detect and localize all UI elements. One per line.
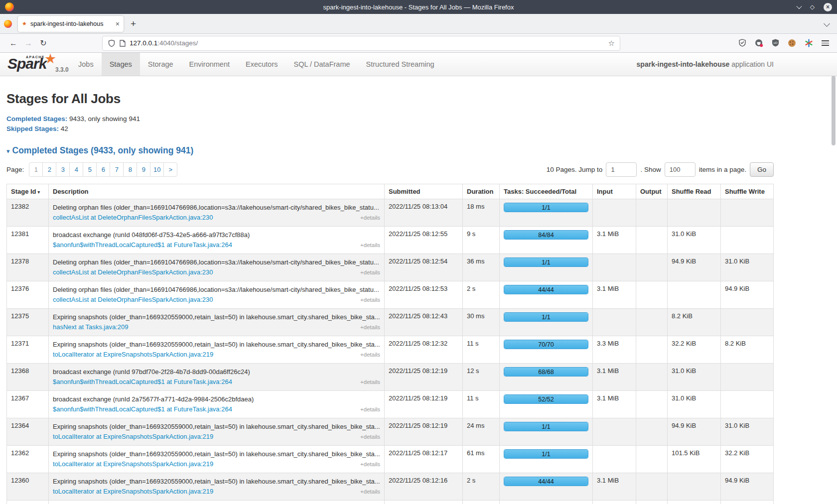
forward-button[interactable]: →: [21, 39, 36, 48]
details-toggle[interactable]: +details: [360, 322, 380, 332]
tasks-progress-text: 84/84: [504, 231, 588, 240]
details-toggle[interactable]: +details: [360, 377, 380, 387]
stage-callsite-link[interactable]: collectAsList at DeleteOrphanFilesSparkA…: [53, 267, 213, 277]
window-close-icon[interactable]: ×: [824, 3, 832, 11]
page-button-5[interactable]: 5: [83, 162, 97, 177]
stage-callsite-link[interactable]: toLocalIterator at ExpireSnapshotsSparkA…: [53, 459, 213, 469]
details-toggle[interactable]: +details: [360, 487, 380, 497]
nav-item-environment[interactable]: Environment: [181, 53, 238, 76]
url-text[interactable]: 127.0.0.1:4040/stages/: [130, 39, 604, 47]
spark-logo[interactable]: APACHE Spark ★ 3.3.0: [6, 53, 70, 76]
window-minimize-icon[interactable]: [796, 3, 802, 9]
submitted-cell: 2022/11/25 08:13:04: [385, 199, 463, 227]
submitted-cell: 2022/11/25 08:12:19: [385, 418, 463, 446]
cookie-extension-icon[interactable]: [788, 39, 796, 47]
page-button-10[interactable]: 10: [150, 162, 164, 177]
mask-extension-icon[interactable]: [755, 39, 763, 47]
duration-cell: 2 s: [463, 473, 500, 501]
page-button-8[interactable]: 8: [123, 162, 137, 177]
page-button-9[interactable]: 9: [137, 162, 150, 177]
stage-callsite-link[interactable]: collectAsList at DeleteOrphanFilesSparkA…: [53, 295, 213, 305]
tasks-progress-text: 70/70: [504, 340, 588, 349]
tab-close-icon[interactable]: ×: [116, 20, 120, 28]
details-toggle[interactable]: +details: [360, 404, 380, 414]
tasks-progress-text: 1/1: [504, 450, 588, 459]
shuffle-read-cell: [668, 473, 721, 501]
back-button[interactable]: ←: [6, 39, 21, 48]
tasks-cell: 1/1: [500, 199, 593, 227]
go-button[interactable]: Go: [750, 162, 774, 177]
column-header-duration[interactable]: Duration: [463, 184, 500, 199]
nav-item-stages[interactable]: Stages: [102, 53, 140, 76]
scrollbar-thumb[interactable]: [832, 76, 836, 145]
stage-id-cell: 12382: [7, 199, 49, 227]
details-toggle[interactable]: +details: [360, 240, 380, 250]
browser-tab[interactable]: ★ spark-ingest-into-lakehous ×: [18, 16, 124, 32]
column-header-description[interactable]: Description: [49, 184, 385, 199]
column-header-submitted[interactable]: Submitted: [385, 184, 463, 199]
page-button-3[interactable]: 3: [56, 162, 70, 177]
column-header-tasks-succeeded-total[interactable]: Tasks: Succeeded/Total: [500, 184, 593, 199]
tracking-protection-shield-icon[interactable]: [108, 39, 116, 47]
input-cell: 3.1 MiB: [593, 227, 636, 254]
page-info-icon[interactable]: [120, 40, 126, 47]
tasks-cell: 52/52: [500, 391, 593, 418]
shuffle-write-cell: 94.9 KiB: [721, 473, 774, 501]
list-tabs-chevron-icon[interactable]: [824, 20, 830, 27]
stage-callsite-link[interactable]: hasNext at Tasks.java:209: [53, 322, 129, 332]
table-row: 12360 Expiring snapshots (older_than=166…: [7, 473, 774, 501]
column-header-shuffle-write[interactable]: Shuffle Write: [721, 184, 774, 199]
shuffle-read-cell: 94.9 KiB: [668, 254, 721, 281]
page-button-2[interactable]: 2: [42, 162, 56, 177]
nav-item-sql-dataframe[interactable]: SQL / DataFrame: [285, 53, 358, 76]
completed-stages-section-header[interactable]: ▾Completed Stages (9433, only showing 94…: [6, 145, 837, 156]
items-per-page-input[interactable]: [665, 162, 696, 177]
table-row: 12362 Expiring snapshots (older_than=166…: [7, 446, 774, 473]
ublock-extension-icon[interactable]: uO: [772, 39, 779, 47]
show-label: . Show: [640, 166, 661, 173]
details-toggle[interactable]: +details: [360, 267, 380, 277]
jump-to-page-input[interactable]: [606, 162, 637, 177]
window-maximize-icon[interactable]: ◇: [810, 4, 815, 10]
page-button-7[interactable]: 7: [110, 162, 124, 177]
url-bar[interactable]: 127.0.0.1:4040/stages/ ☆: [102, 36, 620, 51]
details-toggle[interactable]: +details: [360, 432, 380, 442]
tasks-progress-bar: 1/1: [504, 449, 588, 459]
details-toggle[interactable]: +details: [360, 459, 380, 469]
menu-button[interactable]: [822, 39, 829, 47]
submitted-cell: 2022/11/25 08:12:19: [385, 364, 463, 391]
details-toggle[interactable]: +details: [360, 350, 380, 360]
column-header-shuffle-read[interactable]: Shuffle Read: [668, 184, 721, 199]
starburst-extension-icon[interactable]: [805, 39, 813, 47]
page-button-6[interactable]: 6: [96, 162, 110, 177]
stage-callsite-link[interactable]: $anonfun$withThreadLocalCaptured$1 at Fu…: [53, 377, 232, 387]
table-row: 12375 Expiring snapshots (older_than=166…: [7, 309, 774, 336]
nav-item-structured-streaming[interactable]: Structured Streaming: [358, 53, 442, 76]
page-button-4[interactable]: 4: [69, 162, 83, 177]
stage-callsite-link[interactable]: toLocalIterator at ExpireSnapshotsSparkA…: [53, 350, 213, 360]
page-scrollbar[interactable]: [830, 53, 837, 504]
reload-button[interactable]: ↻: [36, 38, 51, 48]
shuffle-read-cell: 8.2 KiB: [668, 309, 721, 336]
tasks-progress-bar: 1/1: [504, 257, 588, 267]
bookmark-star-icon[interactable]: ☆: [608, 39, 615, 48]
nav-item-executors[interactable]: Executors: [238, 53, 285, 76]
nav-item-storage[interactable]: Storage: [140, 53, 181, 76]
page-button-1[interactable]: 1: [29, 162, 43, 177]
new-tab-button[interactable]: +: [131, 18, 136, 29]
description-cell: Expiring snapshots (older_than=166932055…: [49, 418, 385, 446]
stage-callsite-link[interactable]: $anonfun$withThreadLocalCaptured$1 at Fu…: [53, 404, 232, 414]
stage-callsite-link[interactable]: $anonfun$withThreadLocalCaptured$1 at Fu…: [53, 240, 232, 250]
nav-item-jobs[interactable]: Jobs: [70, 53, 102, 76]
column-header-stage-id[interactable]: Stage Id ▾: [7, 184, 49, 199]
stage-callsite-link[interactable]: toLocalIterator at ExpireSnapshotsSparkA…: [53, 487, 213, 497]
page-next-button[interactable]: >: [163, 162, 177, 177]
stage-callsite-link[interactable]: toLocalIterator at ExpireSnapshotsSparkA…: [53, 432, 213, 442]
completed-stages-stat: Completed Stages: 9433, only showing 941: [6, 114, 837, 124]
details-toggle[interactable]: +details: [360, 295, 380, 305]
shield-check-extension-icon[interactable]: [738, 39, 746, 47]
details-toggle[interactable]: +details: [360, 213, 380, 223]
stage-callsite-link[interactable]: collectAsList at DeleteOrphanFilesSparkA…: [53, 213, 213, 223]
column-header-output[interactable]: Output: [636, 184, 668, 199]
column-header-input[interactable]: Input: [593, 184, 636, 199]
